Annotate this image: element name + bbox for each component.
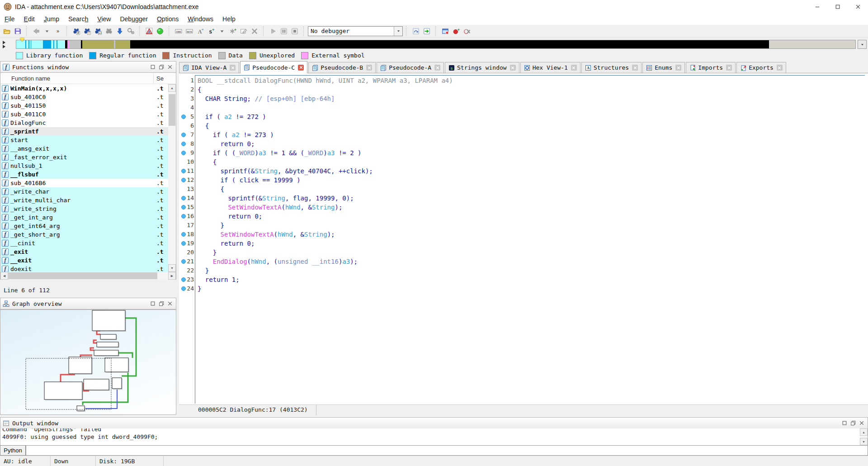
menu-search[interactable]: Search: [64, 14, 93, 24]
scroll-right-icon[interactable]: ▶: [168, 272, 176, 280]
scrollbar-thumb[interactable]: [8, 272, 157, 279]
code-line[interactable]: 13 {: [179, 185, 868, 194]
tab-close-icon[interactable]: [632, 65, 638, 71]
maximize-panel-icon[interactable]: [148, 300, 157, 308]
code-line[interactable]: 9 if ( (_WORD)a3 != 1 && (_WORD)a3 != 2 …: [179, 148, 868, 157]
menu-windows[interactable]: Windows: [183, 14, 218, 24]
maximize-panel-icon[interactable]: [148, 63, 157, 71]
code-line[interactable]: 4: [179, 103, 868, 112]
function-row[interactable]: fsub_401150.t: [0, 101, 176, 110]
close-panel-icon[interactable]: [165, 63, 174, 71]
tab-close-icon[interactable]: [434, 65, 440, 71]
search-lock-button[interactable]: [125, 26, 136, 37]
function-row[interactable]: fstart.t: [0, 136, 176, 144]
tab-close-icon[interactable]: [777, 65, 783, 71]
analysis-ok-button[interactable]: [155, 26, 165, 37]
graph-overview-canvas[interactable]: [0, 309, 176, 415]
menu-options[interactable]: Options: [152, 14, 183, 24]
code-line[interactable]: 3 CHAR String; // [esp+0h] [ebp-64h]: [179, 94, 868, 103]
scroll-down-icon[interactable]: ▼: [860, 438, 868, 445]
tab-close-icon[interactable]: [726, 65, 732, 71]
debug-step-button[interactable]: [410, 26, 421, 37]
column-segment[interactable]: Se: [156, 75, 164, 82]
tab-imports[interactable]: Imports: [686, 62, 736, 73]
function-row[interactable]: f_get_int_arg.t: [0, 213, 176, 222]
code-line[interactable]: 8 return 0;: [179, 139, 868, 148]
code-line[interactable]: 16 return 0;: [179, 212, 868, 221]
jump-address-button[interactable]: [114, 26, 125, 37]
functions-list[interactable]: fWinMain(x,x,x,x).tfsub_4010C0.tfsub_401…: [0, 84, 176, 272]
scroll-down-icon[interactable]: ▼: [168, 264, 176, 272]
breakpoint-delete-button[interactable]: [462, 26, 472, 37]
code-line[interactable]: 15 SetWindowTextA(hWnd, &String);: [179, 203, 868, 212]
code-line[interactable]: 1BOOL __stdcall DialogFunc(HWND hWnd, UI…: [179, 76, 868, 85]
maximize-button[interactable]: [827, 0, 848, 13]
cancel-analysis-button[interactable]: [249, 26, 260, 37]
functions-list-header[interactable]: Function name Se: [0, 73, 176, 84]
make-data-button[interactable]: DATA: [184, 26, 195, 37]
code-line[interactable]: 7 if ( a2 != 273 ): [179, 130, 868, 139]
minimize-button[interactable]: [807, 0, 827, 13]
tab-close-icon[interactable]: [571, 65, 577, 71]
debug-stop-button[interactable]: [289, 26, 300, 37]
menu-debugger[interactable]: Debugger: [115, 14, 152, 24]
menu-edit[interactable]: Edit: [19, 14, 39, 24]
function-row[interactable]: f_fast_error_exit.t: [0, 153, 176, 162]
float-panel-icon[interactable]: [157, 300, 165, 308]
function-row[interactable]: f_get_short_arg.t: [0, 230, 176, 239]
code-line[interactable]: 19 return 0;: [179, 239, 868, 248]
make-name-button[interactable]: A+: [195, 26, 206, 37]
menu-file[interactable]: File: [0, 14, 19, 24]
function-row[interactable]: fsub_4011C0.t: [0, 110, 176, 119]
code-line[interactable]: 5 if ( a2 != 272 ): [179, 112, 868, 121]
scrollbar-thumb[interactable]: [169, 94, 175, 126]
close-button[interactable]: [848, 0, 868, 13]
find-plain-button[interactable]: [104, 26, 114, 37]
function-row[interactable]: fdoexit.t: [0, 265, 176, 272]
tab-pseudocode-a[interactable]: Pseudocode-A: [377, 62, 444, 73]
debugger-combo[interactable]: No debugger: [308, 26, 403, 36]
tab-strings-window[interactable]: sStrings window: [445, 62, 519, 73]
tab-close-icon[interactable]: [675, 65, 681, 71]
tab-ida-view-a[interactable]: IDA View-A: [179, 62, 239, 73]
function-row[interactable]: f__cinit.t: [0, 239, 176, 247]
make-star-button[interactable]: +: [227, 26, 238, 37]
tab-close-icon[interactable]: [366, 65, 372, 71]
tab-hex-view-1[interactable]: Hex View-1: [520, 62, 580, 73]
tab-close-icon[interactable]: [298, 65, 304, 71]
code-line[interactable]: 14 sprintf(&String, flag, 19999, 0);: [179, 194, 868, 203]
code-line[interactable]: 21 EndDialog(hWnd, (unsigned __int16)a3)…: [179, 257, 868, 266]
edit-function-button[interactable]: [238, 26, 249, 37]
float-panel-icon[interactable]: [157, 63, 165, 71]
code-line[interactable]: 17 }: [179, 221, 868, 230]
function-row[interactable]: f_exit.t: [0, 247, 176, 256]
code-line[interactable]: 23 return 1;: [179, 275, 868, 284]
breakpoint-new-button[interactable]: +: [451, 26, 462, 37]
python-interpreter-button[interactable]: Python: [0, 445, 26, 456]
code-line[interactable]: 22 }: [179, 266, 868, 275]
find-binary-button[interactable]: #: [71, 26, 82, 37]
code-line[interactable]: 24}: [179, 284, 868, 293]
code-line[interactable]: 20 }: [179, 248, 868, 257]
drop-arrow-button[interactable]: [42, 26, 52, 37]
tab-pseudocode-b[interactable]: Pseudocode-B: [308, 62, 376, 73]
debugger-windows-button[interactable]: [440, 26, 451, 37]
tab-enums[interactable]: Enums: [642, 62, 685, 73]
close-panel-icon[interactable]: [165, 300, 174, 308]
function-row[interactable]: f_write_multi_char.t: [0, 196, 176, 204]
output-log[interactable]: Command "OpenStrings" failed4099F0: usin…: [0, 428, 868, 445]
scroll-up-icon[interactable]: ▲: [860, 428, 868, 436]
tab-close-icon[interactable]: [230, 65, 236, 71]
find-text-button[interactable]: T: [82, 26, 93, 37]
debug-run-button[interactable]: [421, 26, 432, 37]
functions-horizontal-scrollbar[interactable]: ◀ ▶: [0, 272, 176, 280]
maximize-panel-icon[interactable]: [840, 419, 849, 427]
save-database-button[interactable]: [12, 26, 23, 37]
function-row[interactable]: fWinMain(x,x,x,x).t: [0, 84, 176, 93]
overflow-button[interactable]: »: [52, 26, 63, 37]
navigation-band[interactable]: [16, 40, 856, 49]
find-immediate-button[interactable]: 101: [93, 26, 104, 37]
tab-close-icon[interactable]: [510, 65, 516, 71]
function-row[interactable]: f_write_string.t: [0, 204, 176, 213]
column-function-name[interactable]: Function name: [11, 75, 50, 82]
